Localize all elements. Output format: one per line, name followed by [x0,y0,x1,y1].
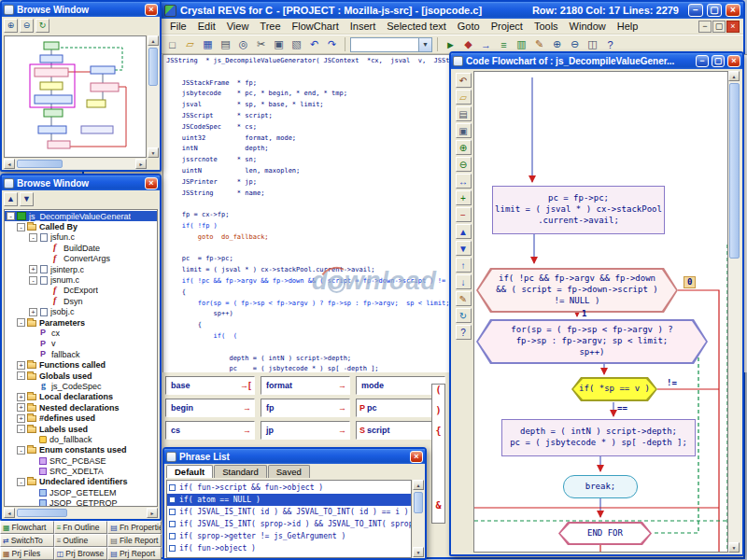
horizontal-scrollbar[interactable]: ◄ ► [4,508,158,518]
token-begin[interactable]: begin → [165,399,255,417]
menu-item[interactable]: Edit [192,20,221,33]
comment-icon[interactable]: ✎ [531,36,547,52]
tree-item[interactable]: fallback [5,349,157,359]
zoom-out-icon[interactable]: ⊖ [567,36,583,52]
flowchart-node-break[interactable]: break; [563,475,638,498]
expand-toggle[interactable] [29,435,37,443]
expand-toggle[interactable] [17,371,25,380]
phrase-tab[interactable]: Saved [268,465,310,478]
vertical-scrollbar[interactable]: ▲ ▼ [728,71,740,553]
open-icon[interactable]: ▱ [456,90,472,105]
expand-toggle[interactable] [29,265,37,273]
tree-item[interactable]: js_CodeSpec [5,381,157,391]
mdi-close-button[interactable]: × [726,21,740,33]
tree-item[interactable]: jsinterp.c [5,264,157,274]
tree-item[interactable]: Labels used [5,424,157,434]
browse-titlebar[interactable]: Browse Window × [2,2,160,17]
phrase-item[interactable]: if( JSVAL_IS_INT( sprop->id ) && JSVAL_T… [167,518,411,530]
expand-toggle[interactable] [17,446,25,455]
phrase-titlebar[interactable]: Phrase List × [164,449,425,464]
phrase-checkbox[interactable] [169,521,176,527]
phrase-item[interactable]: if( atom == NULL ) [167,494,411,506]
tree-item[interactable]: Local declarations [5,392,157,402]
scroll-up-icon[interactable]: ▲ [728,71,740,81]
tree-item[interactable]: SRC_PCBASE [5,455,157,466]
close-button[interactable]: × [410,451,423,463]
token-cs[interactable]: cs → [165,421,255,440]
horizontal-scrollbar[interactable]: ◄ ► [4,159,147,169]
menu-item[interactable]: Selected text [381,20,452,33]
minimize-button[interactable]: − [696,55,709,67]
expand-toggle[interactable] [17,223,25,231]
bookmark-icon[interactable]: ◆ [460,36,476,52]
tree-item[interactable]: do_fallback [5,434,157,444]
phrase-checkbox[interactable] [169,484,176,491]
tree-item[interactable]: cx [5,328,157,338]
phrase-tab[interactable]: Standard [214,465,267,478]
close-button[interactable]: × [726,4,740,17]
phrase-item[interactable]: if( fun->object ) [167,542,411,554]
expand-toggle[interactable] [17,414,25,423]
window-split-icon[interactable]: ◫ [585,36,600,52]
menu-item[interactable]: Help [612,20,644,33]
new-file-icon[interactable]: □ [164,36,180,52]
scrollbar-thumb[interactable] [17,160,63,168]
down-level-icon[interactable]: ↓ [456,274,472,289]
tree-item[interactable]: v [5,339,157,349]
copy-icon[interactable]: ▣ [456,123,472,138]
flowchart-node-endfor[interactable]: END FOR [558,522,652,545]
refresh-icon[interactable]: ↻ [456,308,472,323]
vertical-scrollbar[interactable]: ▲ ▼ [148,35,159,158]
tab-outline[interactable]: ≡ Outline [54,534,108,547]
menu-item[interactable]: View [221,20,255,33]
tab-fn-outline[interactable]: ≡ Fn Outline [54,521,108,534]
tree-item[interactable]: Nested declarations [5,402,157,413]
expand-toggle[interactable] [17,403,25,412]
flowchart-node-if-sp[interactable]: if( *sp == v ) [571,377,657,401]
zoom-out-icon[interactable]: ⊖ [20,19,34,33]
scrollbar-thumb[interactable] [17,509,67,517]
token-base[interactable]: base → [ [165,376,255,395]
tab-prj-files[interactable]: ▦ Prj Files [0,547,54,560]
tree-item[interactable]: DcExport [5,286,157,296]
vertical-scrollbar[interactable]: ▲ ▼ [413,480,424,557]
phrase-item[interactable]: if( sprop->getter != js_GetArgument ) [167,530,411,542]
expand-toggle[interactable] [29,468,37,476]
scroll-left-icon[interactable]: ◄ [4,159,15,169]
help-icon[interactable]: ? [456,325,472,340]
tree-item[interactable]: ConvertArgs [5,254,157,264]
tree-item[interactable]: Undeclared identifiers [5,477,157,487]
tree-item[interactable]: JSOP_GETELEM [5,487,157,497]
goto-line-icon[interactable]: → [478,36,494,52]
tab-fn-properties[interactable]: ▤ Fn Properties [107,521,162,534]
token-fp[interactable]: fp → [261,399,350,417]
flowchart-titlebar[interactable]: Code Flowchart of : js_DecompileValueGen… [451,53,742,69]
menu-item[interactable]: Window [564,20,612,33]
tab-file-report[interactable]: ▤ File Report [107,534,162,547]
tree-item[interactable]: Enum constants used [5,445,157,455]
scroll-left-icon[interactable]: ◄ [4,508,15,518]
tree-item[interactable]: JSOP_GETPROP [5,498,157,507]
expand-toggle[interactable] [29,233,37,242]
scroll-down-icon[interactable]: ▼ [728,542,740,553]
expand-toggle[interactable] [29,456,37,465]
flowchart-node-for[interactable]: for(sp = ( fp->sp < fp->argv ) ? fp->sp … [476,319,708,364]
open-icon[interactable]: ▱ [182,36,198,52]
expand-toggle[interactable] [17,478,25,486]
symbol-combobox[interactable]: ▼ [350,37,432,52]
flowchart-canvas[interactable]: pc = fp->pc; limit = ( jsval * ) cx->sta… [473,71,728,553]
print-icon[interactable]: ▤ [218,36,233,52]
scrollbar-thumb[interactable] [414,492,423,513]
tree-item[interactable]: jsnum.c [5,274,157,285]
phrase-checkbox[interactable] [169,509,176,515]
find-icon[interactable]: ◎ [235,36,251,52]
tab-prj-report[interactable]: ▤ Prj Report [107,547,162,560]
token-jp[interactable]: jp → [261,421,350,440]
mdi-restore-button[interactable]: ▢ [712,21,726,33]
tree-item[interactable]: Functions called [5,359,157,370]
main-titlebar[interactable]: Crystal REVS for C - [PROJECT : Mozilla-… [84,2,743,19]
scrollbar-thumb[interactable] [148,48,158,86]
next-node-icon[interactable]: ▼ [456,241,472,256]
tree-item[interactable]: Dsyn [5,296,157,306]
chevron-down-icon[interactable]: ▼ [418,38,431,51]
